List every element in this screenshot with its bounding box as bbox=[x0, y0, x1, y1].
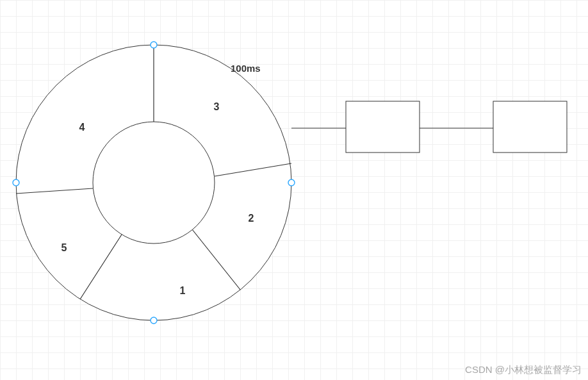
segment-label-4: 4 bbox=[79, 122, 85, 133]
box-2[interactable] bbox=[493, 101, 567, 153]
segment-label-5: 5 bbox=[61, 242, 67, 253]
annotation-100ms: 100ms bbox=[231, 63, 261, 74]
diagram-svg: 1 2 3 4 5 100ms bbox=[0, 0, 588, 380]
diagram-canvas: 1 2 3 4 5 100ms CSDN @小林想被监督学习 bbox=[0, 0, 588, 380]
segment-label-1: 1 bbox=[180, 285, 186, 296]
segment-label-3: 3 bbox=[214, 101, 220, 112]
segment-label-2: 2 bbox=[249, 213, 254, 224]
selection-handle-left[interactable] bbox=[13, 179, 19, 186]
selection-handle-bottom[interactable] bbox=[151, 317, 157, 324]
selection-handle-top[interactable] bbox=[151, 42, 157, 48]
box-1[interactable] bbox=[346, 101, 420, 153]
selection-handle-right[interactable] bbox=[288, 179, 295, 186]
wheel-inner-circle[interactable] bbox=[93, 122, 215, 244]
